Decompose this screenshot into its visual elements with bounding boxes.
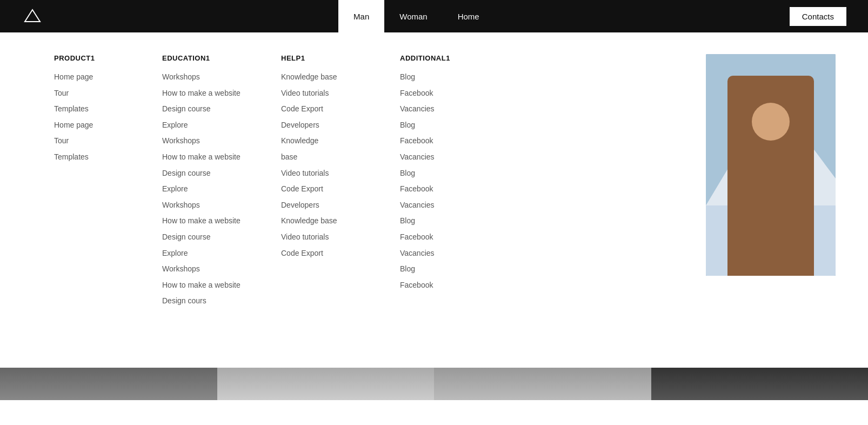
list-item[interactable]: Blog	[400, 120, 492, 131]
list-item[interactable]: Workshops	[162, 264, 265, 275]
list-item[interactable]: base	[281, 152, 384, 163]
strip-section-4	[651, 368, 869, 400]
list-item[interactable]: Home page	[54, 72, 146, 83]
list-item[interactable]: Templates	[54, 152, 146, 163]
svg-rect-8	[755, 170, 787, 203]
logo[interactable]	[22, 5, 43, 27]
list-item[interactable]: Explore	[162, 120, 265, 131]
list-item[interactable]: Explore	[162, 248, 265, 259]
list-item[interactable]: Design course	[162, 168, 265, 179]
list-item[interactable]: Workshops	[162, 136, 265, 147]
strip-section-2	[217, 368, 435, 400]
education-column: EDUCATION1 Workshops How to make a websi…	[162, 54, 281, 346]
product-column: PRODUCT1 Home page Tour Templates Home p…	[54, 54, 162, 346]
bottom-strip	[0, 368, 868, 400]
list-item[interactable]: Knowledge	[281, 136, 384, 147]
svg-rect-11	[760, 140, 772, 146]
additional-column: ADDITIONAL1 Blog Facebook Vacancies Blog…	[400, 54, 508, 346]
nav-link-man[interactable]: Man	[338, 0, 384, 32]
list-item[interactable]: Facebook	[400, 88, 492, 99]
help-column: HELP1 Knowledge base Video tutorials Cod…	[281, 54, 400, 346]
svg-rect-4	[745, 151, 797, 270]
additional-heading: ADDITIONAL1	[400, 54, 492, 62]
list-item[interactable]: Home page	[54, 120, 146, 131]
help-heading: HELP1	[281, 54, 384, 62]
list-item[interactable]: How to make a website	[162, 88, 265, 99]
list-item[interactable]: Blog	[400, 216, 492, 227]
svg-marker-0	[25, 10, 40, 22]
list-item[interactable]: Workshops	[162, 72, 265, 83]
navbar: Man Woman Home Contacts	[0, 0, 868, 32]
list-item[interactable]: Developers	[281, 120, 384, 131]
list-item[interactable]: Code Export	[281, 104, 384, 115]
list-item[interactable]: Tour	[54, 136, 146, 147]
svg-point-6	[753, 111, 788, 135]
nav-link-home[interactable]: Home	[443, 0, 495, 32]
list-item[interactable]: Video tutorials	[281, 168, 384, 179]
product-heading: PRODUCT1	[54, 54, 146, 62]
nav-links: Man Woman Home	[338, 0, 495, 32]
list-item[interactable]: How to make a website	[162, 216, 265, 227]
list-item[interactable]: Vacancies	[400, 152, 492, 163]
list-item[interactable]: Design cours	[162, 296, 265, 307]
education-heading: EDUCATION1	[162, 54, 265, 62]
svg-rect-2	[706, 205, 836, 276]
list-item[interactable]: How to make a website	[162, 280, 265, 291]
list-item[interactable]: Code Export	[281, 184, 384, 195]
list-item[interactable]: Design course	[162, 232, 265, 243]
svg-rect-10	[773, 254, 792, 276]
list-item[interactable]: Developers	[281, 200, 384, 211]
model-image-column	[508, 54, 836, 346]
svg-rect-12	[774, 140, 786, 146]
list-item[interactable]: Knowledge base	[281, 72, 384, 83]
list-item[interactable]: Design course	[162, 104, 265, 115]
list-item[interactable]: Knowledge base	[281, 216, 384, 227]
list-item[interactable]: Facebook	[400, 184, 492, 195]
list-item[interactable]: Video tutorials	[281, 88, 384, 99]
list-item[interactable]: Templates	[54, 104, 146, 115]
contacts-button[interactable]: Contacts	[790, 7, 846, 26]
list-item[interactable]: Facebook	[400, 136, 492, 147]
list-item[interactable]: How to make a website	[162, 152, 265, 163]
list-item[interactable]: Facebook	[400, 280, 492, 291]
list-item[interactable]: Vacancies	[400, 248, 492, 259]
list-item[interactable]: Blog	[400, 264, 492, 275]
list-item[interactable]: Video tutorials	[281, 232, 384, 243]
nav-link-woman[interactable]: Woman	[384, 0, 442, 32]
model-image	[706, 54, 836, 276]
mega-menu: PRODUCT1 Home page Tour Templates Home p…	[0, 32, 868, 368]
list-item[interactable]: Blog	[400, 168, 492, 179]
svg-rect-7	[752, 165, 790, 181]
list-item[interactable]: Code Export	[281, 248, 384, 259]
list-item[interactable]: Facebook	[400, 232, 492, 243]
list-item[interactable]: Explore	[162, 184, 265, 195]
strip-section-1	[0, 368, 217, 400]
svg-rect-9	[749, 254, 769, 276]
strip-section-3	[434, 368, 651, 400]
list-item[interactable]: Blog	[400, 72, 492, 83]
list-item[interactable]: Vacancies	[400, 200, 492, 211]
list-item[interactable]: Vacancies	[400, 104, 492, 115]
svg-point-5	[753, 117, 788, 158]
list-item[interactable]: Workshops	[162, 200, 265, 211]
list-item[interactable]: Tour	[54, 88, 146, 99]
